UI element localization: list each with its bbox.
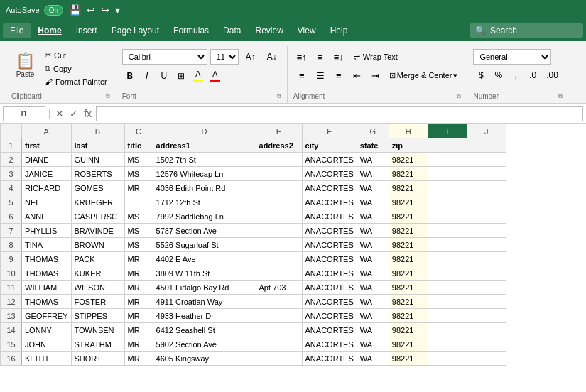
cell-13-6[interactable]: WA bbox=[357, 309, 389, 323]
cell-6-2[interactable]: MS bbox=[124, 209, 153, 224]
row-header-14[interactable]: 14 bbox=[1, 323, 22, 337]
percent-btn[interactable]: % bbox=[490, 67, 506, 83]
decrease-font-btn[interactable]: A↓ bbox=[263, 49, 281, 65]
cell-3-9[interactable] bbox=[467, 167, 506, 181]
cell-2-8[interactable] bbox=[428, 153, 467, 167]
cell-12-2[interactable]: MR bbox=[124, 295, 153, 309]
cell-1-0[interactable]: first bbox=[22, 138, 72, 153]
cell-11-8[interactable] bbox=[428, 281, 467, 295]
cell-7-5[interactable]: ANACORTES bbox=[302, 224, 357, 238]
menu-insert[interactable]: Insert bbox=[69, 23, 104, 38]
alignment-expand-icon[interactable]: ⧉ bbox=[457, 93, 461, 100]
cell-13-3[interactable]: 4933 Heather Dr bbox=[153, 309, 256, 323]
cell-4-3[interactable]: 4036 Edith Point Rd bbox=[153, 181, 256, 195]
col-header-E[interactable]: E bbox=[256, 124, 302, 138]
cell-13-1[interactable]: STIPPES bbox=[71, 309, 124, 323]
cell-15-4[interactable] bbox=[256, 337, 302, 352]
cell-4-5[interactable]: ANACORTES bbox=[302, 181, 357, 195]
underline-button[interactable]: U bbox=[156, 68, 172, 84]
cell-15-3[interactable]: 5902 Section Ave bbox=[153, 337, 256, 352]
cell-10-4[interactable] bbox=[256, 266, 302, 281]
cell-9-1[interactable]: PACK bbox=[71, 252, 124, 266]
cell-10-7[interactable]: 98221 bbox=[389, 266, 428, 281]
cell-16-7[interactable]: 98221 bbox=[389, 352, 428, 366]
cell-5-4[interactable] bbox=[256, 195, 302, 209]
cell-13-2[interactable]: MR bbox=[124, 309, 153, 323]
cell-4-7[interactable]: 98221 bbox=[389, 181, 428, 195]
cell-5-5[interactable]: ANACORTES bbox=[302, 195, 357, 209]
row-header-12[interactable]: 12 bbox=[1, 295, 22, 309]
font-name-select[interactable]: Calibri bbox=[122, 49, 207, 65]
cell-8-6[interactable]: WA bbox=[357, 238, 389, 252]
cell-2-4[interactable] bbox=[256, 153, 302, 167]
menu-help[interactable]: Help bbox=[323, 23, 355, 38]
fill-color-button[interactable]: A bbox=[190, 67, 206, 84]
cell-11-3[interactable]: 4501 Fidalgo Bay Rd bbox=[153, 281, 256, 295]
col-header-B[interactable]: B bbox=[71, 124, 124, 138]
cell-12-9[interactable] bbox=[467, 295, 506, 309]
border-button[interactable]: ⊞ bbox=[173, 68, 189, 84]
menu-file[interactable]: File bbox=[3, 23, 31, 38]
cell-4-8[interactable] bbox=[428, 181, 467, 195]
menu-page-layout[interactable]: Page Layout bbox=[104, 23, 166, 38]
row-header-3[interactable]: 3 bbox=[1, 167, 22, 181]
cell-11-7[interactable]: 98221 bbox=[389, 281, 428, 295]
cell-16-9[interactable] bbox=[467, 352, 506, 366]
cell-3-3[interactable]: 12576 Whitecap Ln bbox=[153, 167, 256, 181]
cell-1-7[interactable]: zip bbox=[389, 138, 428, 153]
cell-9-8[interactable] bbox=[428, 252, 467, 266]
cell-2-3[interactable]: 1502 7th St bbox=[153, 153, 256, 167]
cell-5-6[interactable]: WA bbox=[357, 195, 389, 209]
italic-button[interactable]: I bbox=[139, 68, 155, 84]
cell-15-0[interactable]: JOHN bbox=[22, 337, 72, 352]
cell-10-6[interactable]: WA bbox=[357, 266, 389, 281]
format-painter-button[interactable]: 🖌 Format Painter bbox=[42, 76, 110, 87]
col-header-G[interactable]: G bbox=[357, 124, 389, 138]
row-header-13[interactable]: 13 bbox=[1, 309, 22, 323]
cell-16-1[interactable]: SHORT bbox=[71, 352, 124, 366]
cell-8-1[interactable]: BROWN bbox=[71, 238, 124, 252]
cell-8-3[interactable]: 5526 Sugarloaf St bbox=[153, 238, 256, 252]
cell-6-0[interactable]: ANNE bbox=[22, 209, 72, 224]
row-header-11[interactable]: 11 bbox=[1, 281, 22, 295]
bold-button[interactable]: B bbox=[122, 68, 138, 84]
autosave-toggle[interactable]: On bbox=[44, 5, 63, 16]
row-header-2[interactable]: 2 bbox=[1, 153, 22, 167]
cell-5-7[interactable]: 98221 bbox=[389, 195, 428, 209]
menu-view[interactable]: View bbox=[291, 23, 323, 38]
cell-15-5[interactable]: ANACORTES bbox=[302, 337, 357, 352]
cell-10-8[interactable] bbox=[428, 266, 467, 281]
save-icon[interactable]: 💾 bbox=[69, 4, 81, 16]
cell-4-0[interactable]: RICHARD bbox=[22, 181, 72, 195]
menu-home[interactable]: Home bbox=[31, 23, 68, 38]
cell-13-4[interactable] bbox=[256, 309, 302, 323]
cell-5-2[interactable] bbox=[124, 195, 153, 209]
cell-9-3[interactable]: 4402 E Ave bbox=[153, 252, 256, 266]
cell-6-9[interactable] bbox=[467, 209, 506, 224]
cell-15-1[interactable]: STRATHM bbox=[71, 337, 124, 352]
cell-16-3[interactable]: 4605 Kingsway bbox=[153, 352, 256, 366]
cell-6-8[interactable] bbox=[428, 209, 467, 224]
cell-13-5[interactable]: ANACORTES bbox=[302, 309, 357, 323]
wrap-text-button[interactable]: ⇌ Wrap Text bbox=[349, 49, 403, 65]
col-header-A[interactable]: A bbox=[22, 124, 72, 138]
font-size-select[interactable]: 11 bbox=[210, 49, 239, 65]
cell-12-5[interactable]: ANACORTES bbox=[302, 295, 357, 309]
redo-icon[interactable]: ↪ bbox=[101, 4, 109, 16]
cell-3-1[interactable]: ROBERTS bbox=[71, 167, 124, 181]
cell-16-4[interactable] bbox=[256, 352, 302, 366]
cell-6-4[interactable] bbox=[256, 209, 302, 224]
row-header-7[interactable]: 7 bbox=[1, 224, 22, 238]
cell-3-8[interactable] bbox=[428, 167, 467, 181]
cell-6-7[interactable]: 98221 bbox=[389, 209, 428, 224]
row-header-4[interactable]: 4 bbox=[1, 181, 22, 195]
cell-7-2[interactable]: MS bbox=[124, 224, 153, 238]
row-header-10[interactable]: 10 bbox=[1, 266, 22, 281]
cell-14-6[interactable]: WA bbox=[357, 323, 389, 337]
cell-4-4[interactable] bbox=[256, 181, 302, 195]
confirm-formula-icon[interactable]: ✓ bbox=[68, 107, 80, 121]
cell-5-3[interactable]: 1712 12th St bbox=[153, 195, 256, 209]
cell-2-6[interactable]: WA bbox=[357, 153, 389, 167]
cell-1-9[interactable] bbox=[467, 138, 506, 153]
cell-12-4[interactable] bbox=[256, 295, 302, 309]
